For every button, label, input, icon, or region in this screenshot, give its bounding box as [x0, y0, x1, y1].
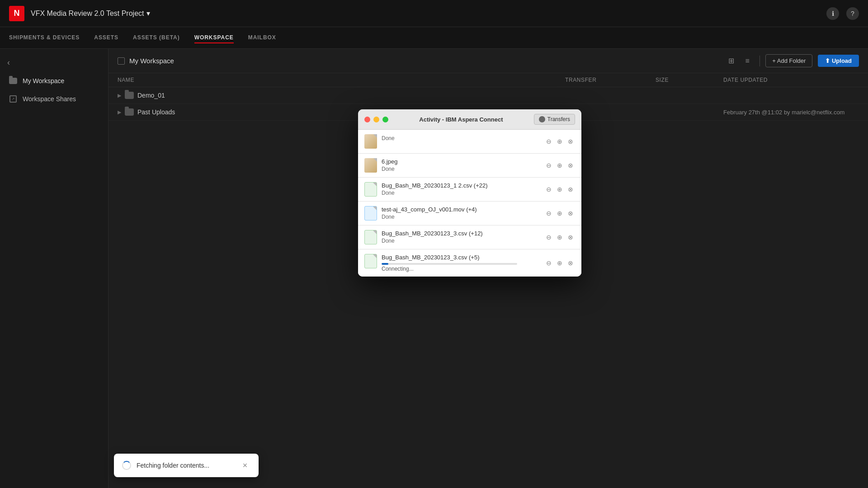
- help-icon[interactable]: ?: [846, 7, 859, 20]
- transfer-status-connecting: Connecting...: [382, 266, 517, 272]
- sidebar-item-label-workspace-shares: Workspace Shares: [23, 95, 76, 103]
- sidebar-item-my-workspace[interactable]: My Workspace: [0, 72, 108, 90]
- nav-item-assets[interactable]: ASSETS: [94, 33, 118, 43]
- dialog-maximize-button[interactable]: [382, 117, 388, 122]
- view-separator: [760, 56, 760, 66]
- transfer-item-left: Bug_Bash_MB_20230123_1 2.csv (+22) Done: [364, 182, 488, 197]
- upload-button[interactable]: ⬆ Upload: [818, 55, 859, 67]
- dialog-transfers-button[interactable]: Transfers: [534, 114, 575, 125]
- transfer-remove-button[interactable]: ⊗: [566, 209, 575, 218]
- table-row[interactable]: ▶ Demo_01: [108, 87, 868, 104]
- transfer-controls: ⊖ ⊕ ⊗: [544, 258, 575, 267]
- transfer-filename: 6.jpeg: [382, 158, 397, 165]
- row-folder-icon: [125, 92, 134, 99]
- transfer-file-icon: [364, 158, 377, 173]
- transfer-file-icon: [364, 254, 377, 268]
- fetching-toast: Fetching folder contents... ×: [114, 454, 259, 477]
- nav-item-mailbox[interactable]: MAILBOX: [248, 33, 276, 43]
- select-all-checkbox[interactable]: [118, 57, 125, 65]
- transfer-pause-button[interactable]: ⊖: [544, 185, 553, 194]
- transfer-restart-button[interactable]: ⊕: [555, 233, 564, 242]
- transfer-filename: test-aj_43_comp_OJ_v001.mov (+4): [382, 206, 477, 213]
- transfer-item: Bug_Bash_MB_20230123_1 2.csv (+22) Done …: [358, 178, 581, 202]
- toast-message: Fetching folder contents...: [137, 462, 234, 469]
- transfer-item-left: Bug_Bash_MB_20230123_3.csv (+5) Connecti…: [364, 254, 517, 272]
- dialog-window-controls: [364, 117, 388, 122]
- transfer-status: Done: [382, 190, 488, 196]
- view-toggle: ⊞ ≡: [724, 55, 754, 67]
- transfer-pause-button[interactable]: ⊖: [544, 233, 553, 242]
- transfer-restart-button[interactable]: ⊕: [555, 258, 564, 267]
- transfer-pause-button[interactable]: ⊖: [544, 161, 553, 170]
- transfer-remove-button[interactable]: ⊗: [566, 258, 575, 267]
- nav-item-shipments[interactable]: SHIPMENTS & DEVICES: [9, 33, 80, 43]
- folder-icon: [9, 77, 17, 84]
- nav-item-assets-beta[interactable]: ASSETS (BETA): [133, 33, 180, 43]
- project-dropdown-arrow: ▾: [146, 9, 150, 18]
- list-view-button[interactable]: ≡: [741, 55, 754, 67]
- transfer-item-left: 6.jpeg Done: [364, 158, 397, 173]
- row-filename-past-uploads: Past Uploads: [137, 108, 175, 116]
- transfer-item-left: Bug_Bash_MB_20230123_3.csv (+12) Done: [364, 230, 483, 244]
- transfer-restart-button[interactable]: ⊕: [555, 209, 564, 218]
- info-icon[interactable]: ℹ: [826, 7, 839, 20]
- transfer-remove-button[interactable]: ⊗: [566, 161, 575, 170]
- nav-item-workspace[interactable]: WORKSPACE: [194, 33, 234, 43]
- table-header: Name Transfer Size Date Updated: [108, 73, 868, 87]
- dialog-minimize-button[interactable]: [373, 117, 379, 122]
- grid-view-button[interactable]: ⊞: [724, 55, 738, 67]
- nav-bar: SHIPMENTS & DEVICES ASSETS ASSETS (BETA)…: [0, 27, 868, 49]
- transfer-controls: ⊖ ⊕ ⊗: [544, 161, 575, 170]
- transfer-pause-button[interactable]: ⊖: [544, 209, 553, 218]
- transfer-info: test-aj_43_comp_OJ_v001.mov (+4) Done: [382, 206, 477, 220]
- transfer-info: Bug_Bash_MB_20230123_3.csv (+12) Done: [382, 230, 483, 244]
- transfer-restart-button[interactable]: ⊕: [555, 161, 564, 170]
- transfer-filename: Bug_Bash_MB_20230123_3.csv (+5): [382, 254, 517, 261]
- transfer-item: 6.jpeg Done ⊖ ⊕ ⊗: [358, 154, 581, 178]
- toast-spinner-icon: [122, 461, 131, 470]
- row-chevron-icon: ▶: [118, 93, 121, 99]
- sidebar-item-workspace-shares[interactable]: Workspace Shares: [0, 90, 108, 108]
- toast-close-button[interactable]: ×: [240, 460, 250, 471]
- top-bar: N VFX Media Review 2.0 Test Project ▾ ℹ …: [0, 0, 868, 27]
- transfer-pause-button[interactable]: ⊖: [544, 258, 553, 267]
- dialog-transfers-label: Transfers: [547, 116, 570, 122]
- share-icon: [9, 95, 17, 103]
- col-header-transfer: Transfer: [565, 77, 656, 83]
- transfer-pause-button[interactable]: ⊖: [544, 137, 553, 146]
- sidebar: ‹ My Workspace Workspace Shares: [0, 49, 108, 488]
- transfer-list: Done ⊖ ⊕ ⊗ 6.jpeg Done ⊖ ⊕: [358, 130, 581, 277]
- top-bar-icons: ℹ ?: [826, 7, 859, 20]
- col-header-date: Date Updated: [723, 77, 859, 83]
- transfer-progress-bar: [382, 263, 388, 265]
- row-date-past-uploads: February 27th @11:02 by marielc@netflix.…: [723, 109, 859, 116]
- transfer-info: Bug_Bash_MB_20230123_1 2.csv (+22) Done: [382, 182, 488, 196]
- transfer-item: test-aj_43_comp_OJ_v001.mov (+4) Done ⊖ …: [358, 202, 581, 225]
- transfer-info: Bug_Bash_MB_20230123_3.csv (+5) Connecti…: [382, 254, 517, 272]
- transfer-item: Bug_Bash_MB_20230123_3.csv (+5) Connecti…: [358, 249, 581, 277]
- transfer-remove-button[interactable]: ⊗: [566, 185, 575, 194]
- col-header-size: Size: [656, 77, 723, 83]
- project-title[interactable]: VFX Media Review 2.0 Test Project ▾: [31, 9, 150, 18]
- content-header: My Workspace ⊞ ≡ + Add Folder ⬆ Upload: [108, 49, 868, 73]
- transfer-filename: Bug_Bash_MB_20230123_3.csv (+12): [382, 230, 483, 237]
- transfer-restart-button[interactable]: ⊕: [555, 185, 564, 194]
- transfer-item: Done ⊖ ⊕ ⊗: [358, 130, 581, 154]
- transfer-filename: Bug_Bash_MB_20230123_1 2.csv (+22): [382, 182, 488, 189]
- row-filename-demo01: Demo_01: [137, 92, 165, 99]
- transfer-restart-button[interactable]: ⊕: [555, 137, 564, 146]
- transfer-progress-bar-container: [382, 263, 517, 265]
- content-title: My Workspace: [129, 57, 174, 65]
- transfer-remove-button[interactable]: ⊗: [566, 137, 575, 146]
- transfer-info: 6.jpeg Done: [382, 158, 397, 172]
- transfer-file-icon: [364, 206, 377, 221]
- dialog-close-button[interactable]: [364, 117, 370, 122]
- sidebar-item-label-my-workspace: My Workspace: [23, 77, 64, 84]
- transfer-file-icon: [364, 182, 377, 197]
- add-folder-button[interactable]: + Add Folder: [765, 54, 812, 67]
- transfer-status: Done: [382, 238, 483, 244]
- transfer-remove-button[interactable]: ⊗: [566, 233, 575, 242]
- aspera-dialog: Activity - IBM Aspera Connect Transfers …: [358, 109, 581, 277]
- sidebar-back-button[interactable]: ‹: [0, 53, 108, 72]
- transfer-status: Done: [382, 135, 395, 141]
